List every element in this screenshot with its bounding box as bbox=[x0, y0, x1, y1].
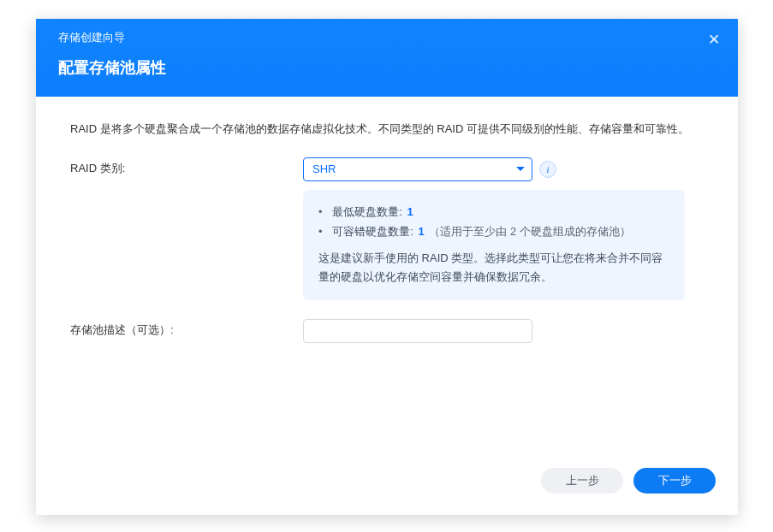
raid-type-row: RAID 类别: SHR i 最低硬盘数量: 1 bbox=[70, 157, 704, 300]
info-icon: i bbox=[546, 164, 549, 174]
close-button[interactable]: ✕ bbox=[702, 27, 726, 51]
pool-desc-row: 存储池描述（可选）: bbox=[70, 319, 704, 343]
raid-hint-box: 最低硬盘数量: 1 可容错硬盘数量: 1 （适用于至少由 2 个硬盘组成的存储池… bbox=[303, 190, 685, 300]
next-button[interactable]: 下一步 bbox=[633, 468, 716, 494]
modal-body: RAID 是将多个硬盘聚合成一个存储池的数据存储虚拟化技术。不同类型的 RAID… bbox=[36, 97, 738, 462]
raid-type-value: SHR bbox=[312, 163, 336, 175]
close-icon: ✕ bbox=[708, 31, 720, 49]
modal-header: 存储创建向导 配置存储池属性 ✕ bbox=[36, 19, 738, 97]
chevron-down-icon bbox=[516, 167, 525, 171]
raid-type-field: SHR i 最低硬盘数量: 1 可容错硬盘数量: bbox=[303, 157, 704, 300]
info-button[interactable]: i bbox=[539, 161, 556, 178]
modal-footer: 上一步 下一步 bbox=[36, 462, 738, 515]
intro-text: RAID 是将多个硬盘聚合成一个存储池的数据存储虚拟化技术。不同类型的 RAID… bbox=[70, 121, 704, 139]
breadcrumb: 存储创建向导 bbox=[58, 31, 716, 45]
hint-description: 这是建议新手使用的 RAID 类型。选择此类型可让您在将来合并不同容量的硬盘以优… bbox=[318, 249, 669, 287]
page-title: 配置存储池属性 bbox=[58, 57, 716, 78]
raid-type-label: RAID 类别: bbox=[70, 157, 303, 176]
pool-desc-field bbox=[303, 319, 704, 343]
raid-type-select[interactable]: SHR bbox=[303, 157, 532, 181]
pool-desc-label: 存储池描述（可选）: bbox=[70, 319, 303, 338]
pool-description-input[interactable] bbox=[303, 319, 532, 343]
raid-select-wrap: SHR i bbox=[303, 157, 704, 181]
hint-min-drives: 最低硬盘数量: 1 bbox=[318, 202, 669, 222]
prev-button[interactable]: 上一步 bbox=[541, 468, 623, 494]
hint-fault-drives: 可容错硬盘数量: 1 （适用于至少由 2 个硬盘组成的存储池） bbox=[318, 222, 669, 241]
storage-wizard-modal: 存储创建向导 配置存储池属性 ✕ RAID 是将多个硬盘聚合成一个存储池的数据存… bbox=[36, 19, 738, 515]
